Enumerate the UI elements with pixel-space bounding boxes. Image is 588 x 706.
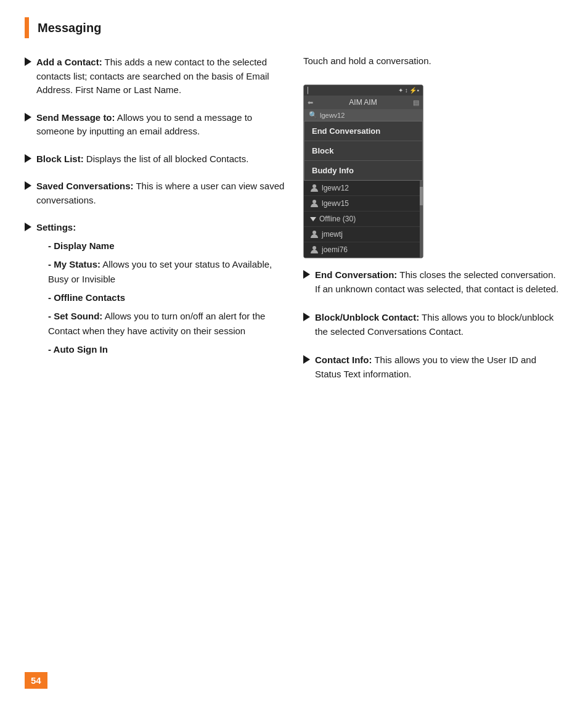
scrollbar: [420, 181, 423, 258]
search-text: lgewv12: [320, 112, 345, 119]
back-icon: ⬅: [308, 99, 313, 107]
person-icon: [310, 184, 319, 192]
sub-item-label: - Offline Contacts: [48, 292, 125, 303]
bullet-content: Saved Conversations: This is where a use…: [36, 179, 285, 207]
list-item: Settings: - Display Name - My Status: Al…: [25, 221, 285, 361]
sub-item: - Auto Sign In: [48, 342, 285, 357]
phone-search-bar: 🔍 lgewv12: [304, 109, 423, 121]
list-item: Block/Unblock Contact: This allows you t…: [303, 311, 563, 339]
page-header: Messaging: [0, 0, 588, 49]
menu-icon: ▤: [413, 99, 419, 107]
context-menu: End Conversation Block Buddy Info: [304, 121, 423, 181]
offline-header: Offline (30): [304, 211, 423, 227]
bullet-content: Settings: - Display Name - My Status: Al…: [36, 221, 285, 361]
sub-item: - Offline Contacts: [48, 290, 285, 305]
bullet-content: End Conversation: This closes the select…: [315, 268, 563, 296]
bullet-content: Send Message to: Allows you to send a me…: [36, 111, 285, 139]
contact-list: lgewv12 lgewv15 Offline (30) jmewtj: [304, 181, 423, 258]
list-item: Block List: Displays the list of all blo…: [25, 152, 285, 166]
sub-item: - My Status: Allows you to set your stat…: [48, 257, 285, 287]
content-area: Add a Contact: This adds a new contact t…: [0, 49, 588, 421]
phone-title-bar: ⬅ AIM AIM ▤: [304, 96, 423, 109]
bullet-arrow-icon: [303, 270, 310, 279]
bullet-content: Block/Unblock Contact: This allows you t…: [315, 311, 563, 339]
sub-item-label: - Display Name: [48, 240, 115, 251]
list-item: Saved Conversations: This is where a use…: [25, 179, 285, 207]
offline-label: Offline (30): [319, 215, 356, 223]
item-label: Block List:: [36, 154, 84, 164]
bullet-content: Block List: Displays the list of all blo…: [36, 152, 248, 166]
list-item: Contact Info: This allows you to view th…: [303, 353, 563, 381]
sub-item-label: - My Status:: [48, 259, 100, 269]
sub-item-label: - Auto Sign In: [48, 344, 108, 355]
bullet-content: Add a Contact: This adds a new contact t…: [36, 55, 285, 97]
collapse-icon: [310, 217, 316, 221]
item-label: Block/Unblock Contact:: [315, 312, 419, 322]
item-label: Saved Conversations:: [36, 181, 134, 191]
item-label: End Conversation:: [315, 269, 397, 280]
list-item: Add a Contact: This adds a new contact t…: [25, 55, 285, 97]
context-menu-item-buddy-info[interactable]: Buddy Info: [304, 161, 422, 180]
list-item: Send Message to: Allows you to send a me…: [25, 111, 285, 139]
svg-point-3: [312, 246, 316, 250]
signal-icon: ▏: [308, 87, 312, 94]
sub-item: - Display Name: [48, 239, 285, 253]
touch-instruction: Touch and hold a conversation.: [303, 55, 563, 66]
context-menu-item-block[interactable]: Block: [304, 141, 422, 161]
scrollbar-thumb: [420, 187, 423, 205]
item-label: Add a Contact:: [36, 57, 102, 67]
page-title: Messaging: [38, 21, 101, 35]
person-icon: [310, 199, 319, 208]
bullet-arrow-icon: [25, 57, 31, 66]
search-icon: 🔍: [309, 111, 317, 119]
list-item: End Conversation: This closes the select…: [303, 268, 563, 296]
context-menu-item-end-conversation[interactable]: End Conversation: [304, 121, 422, 141]
person-icon: [310, 245, 319, 254]
right-column: Touch and hold a conversation. ▏ ✦ ↕ ⚡▪ …: [303, 55, 563, 396]
contact-item: lgewv12: [304, 181, 423, 196]
contact-item: jmewtj: [304, 227, 423, 242]
bullet-arrow-icon: [303, 313, 310, 321]
app-title: AIM AIM: [349, 98, 377, 107]
svg-point-2: [312, 231, 316, 234]
left-column: Add a Contact: This adds a new contact t…: [25, 55, 285, 396]
phone-status-bar: ▏ ✦ ↕ ⚡▪: [304, 85, 423, 96]
item-label: Contact Info:: [315, 355, 372, 365]
sub-item: - Set Sound: Allows you to turn on/off a…: [48, 309, 285, 339]
svg-point-1: [312, 200, 316, 203]
sub-items: - Display Name - My Status: Allows you t…: [48, 239, 285, 357]
bullet-content: Contact Info: This allows you to view th…: [315, 353, 563, 381]
page-number: 54: [25, 672, 47, 689]
orange-accent-bar: [25, 17, 29, 38]
bullet-arrow-icon: [25, 181, 31, 190]
person-icon: [310, 230, 319, 239]
item-label: Send Message to:: [36, 112, 115, 123]
status-icons: ✦ ↕ ⚡▪: [398, 87, 419, 94]
sub-item-label: - Set Sound:: [48, 311, 102, 321]
contact-item: lgewv15: [304, 196, 423, 211]
bullet-arrow-icon: [25, 223, 31, 231]
phone-screenshot: ▏ ✦ ↕ ⚡▪ ⬅ AIM AIM ▤ 🔍 lgewv12 End Conve…: [303, 84, 423, 258]
item-label: Settings:: [36, 222, 76, 232]
contact-item: joemi76: [304, 242, 423, 258]
bullet-arrow-icon: [25, 113, 31, 121]
item-text: Displays the list of all blocked Contact…: [84, 154, 249, 164]
svg-point-0: [312, 184, 316, 188]
bullet-arrow-icon: [303, 355, 310, 364]
bullet-arrow-icon: [25, 154, 31, 163]
phone-container: ▏ ✦ ↕ ⚡▪ ⬅ AIM AIM ▤ 🔍 lgewv12 End Conve…: [303, 84, 563, 258]
